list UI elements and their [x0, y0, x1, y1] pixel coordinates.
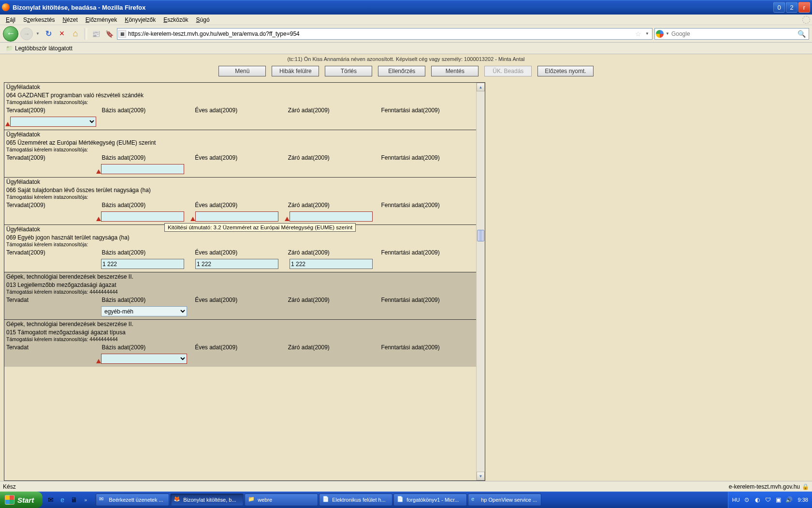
section-title: 065 Üzemméret az Európai Mértékegység (E… [4, 139, 476, 147]
task-ie[interactable]: ehp OpenView service ... [468, 493, 541, 506]
tray-clock[interactable]: 9:38 [798, 497, 808, 503]
maximize-button[interactable] [786, 2, 798, 13]
col-bazis: Bázis adat(2009) [102, 249, 195, 256]
bookmark-star-icon[interactable]: ☆ [633, 30, 643, 38]
task-word1[interactable]: 📄Elektronikus felület h... [319, 493, 392, 506]
bazis-select[interactable] [101, 354, 187, 364]
ql-expand-icon[interactable]: » [80, 494, 91, 505]
menu-view[interactable]: Nézet [58, 15, 81, 24]
feed-icon[interactable] [90, 28, 102, 40]
menu-button[interactable]: Menü [218, 66, 266, 76]
menu-bookmarks[interactable]: Könyvjelzők [121, 15, 160, 24]
task-firefox[interactable]: 🦊Bizonylat kitöltése, b... [170, 493, 244, 506]
col-bazis: Bázis adat(2009) [102, 154, 195, 161]
preview-print-button[interactable]: Előzetes nyomt. [537, 66, 593, 76]
warning-icon [96, 359, 101, 363]
scroll-up-button[interactable]: ▲ [477, 83, 485, 91]
col-bazis: Bázis adat(2009) [102, 344, 195, 351]
tray-icon[interactable]: 🔊 [785, 496, 793, 504]
scroll-thumb[interactable] [477, 230, 484, 241]
menu-file[interactable]: Eájl [2, 15, 19, 24]
start-button[interactable]: Start [0, 492, 43, 508]
eves-input[interactable] [195, 211, 278, 222]
bazis-input[interactable] [101, 211, 184, 222]
section-015: Gépek, technológiai berendezések beszerz… [4, 320, 476, 367]
ql-ie-icon[interactable]: e [57, 494, 68, 505]
delete-button[interactable]: Törlés [325, 66, 372, 76]
readlater-icon[interactable] [103, 28, 115, 40]
search-engine-dropdown[interactable]: ▼ [666, 31, 669, 36]
col-eves: Éves adat(2009) [195, 154, 288, 161]
menu-help[interactable]: Súgó [192, 15, 214, 24]
warning-icon [285, 217, 290, 221]
section-subtitle: Támogatási kérelem iratazonosítója: [4, 194, 476, 201]
bazis-input[interactable] [101, 259, 184, 269]
section-title: 069 Egyéb jogon használt terület nagyság… [4, 234, 476, 241]
search-bar[interactable]: ▼ 🔍 [654, 28, 809, 40]
save-button[interactable]: Mentés [431, 66, 478, 76]
tray-lang[interactable]: HU [732, 497, 740, 503]
ql-desktop-icon[interactable]: 🖥 [69, 494, 79, 505]
stop-button[interactable] [56, 28, 68, 40]
status-host: e-kerelem-teszt.mvh.gov.hu [729, 483, 800, 490]
lock-icon: 🔒 [802, 483, 809, 490]
tray-icon[interactable]: 🛡 [764, 496, 772, 504]
col-eves: Éves adat(2009) [195, 249, 288, 256]
tervadat-select[interactable] [10, 117, 96, 127]
menu-edit[interactable]: Szerkesztés [19, 15, 58, 24]
menu-history[interactable]: Előzmények [82, 15, 121, 24]
col-tervadat: Tervadat(2009) [6, 202, 102, 209]
warning-icon [5, 122, 10, 126]
col-zaro: Záró adat(2009) [288, 344, 381, 351]
section-header: Ügyféladatok [4, 83, 476, 91]
url-bar[interactable]: ▦ ☆ ▼ [117, 28, 652, 40]
task-folder[interactable]: 📁webre [245, 493, 318, 506]
forward-button[interactable] [20, 28, 33, 40]
bookmark-most-visited[interactable]: Legtöbbször látogatott [3, 44, 75, 53]
search-button-icon[interactable]: 🔍 [796, 30, 808, 38]
col-tervadat: Tervadat(2009) [6, 154, 102, 161]
field-tooltip: Kitöltési útmutató: 3.2 Üzemméret az Eur… [164, 223, 356, 232]
site-favicon: ▦ [118, 30, 126, 38]
zaro-input[interactable] [290, 211, 373, 222]
check-button[interactable]: Ellenőrzés [378, 66, 425, 76]
col-zaro: Záró adat(2009) [288, 297, 381, 303]
tray-icon[interactable]: ⊙ [743, 496, 751, 504]
section-header: Gépek, technológiai berendezések beszerz… [4, 320, 476, 329]
errors-up-button[interactable]: Hibák felülre [272, 66, 319, 76]
ql-outlook-icon[interactable]: ✉ [45, 494, 56, 505]
col-fenntart: Fenntartási adat(2009) [381, 107, 474, 114]
col-eves: Éves adat(2009) [195, 107, 288, 114]
warning-icon [190, 217, 195, 221]
tray-icon[interactable]: ◐ [754, 496, 761, 504]
windows-taskbar: Start ✉ e 🖥 » ✉Beérkezett üzenetek ... 🦊… [0, 492, 812, 508]
col-tervadat: Tervadat [6, 297, 102, 303]
scroll-down-button[interactable]: ▼ [477, 472, 485, 480]
section-064: Ügyféladatok 064 GAZDANET programban val… [4, 83, 476, 130]
home-button[interactable] [70, 28, 81, 40]
bazis-input[interactable] [101, 164, 184, 174]
bazis-select[interactable]: egyéb-méh [101, 306, 187, 316]
search-input[interactable] [671, 30, 796, 37]
close-button[interactable] [798, 2, 810, 13]
tray-icon[interactable]: ▣ [775, 496, 783, 504]
scroll-track[interactable] [477, 91, 485, 472]
url-input[interactable] [128, 30, 633, 37]
eves-input[interactable] [195, 259, 278, 269]
col-fenntart: Fenntartási adat(2009) [381, 154, 474, 161]
section-066: Ügyféladatok 066 Saját tulajdonban lévő … [4, 178, 476, 225]
col-bazis: Bázis adat(2009) [102, 297, 195, 303]
form-scrollbar[interactable]: ▲ ▼ [476, 83, 485, 480]
zaro-input[interactable] [290, 259, 373, 269]
reload-button[interactable] [43, 28, 54, 40]
col-zaro: Záró adat(2009) [288, 249, 381, 256]
url-dropdown-icon[interactable]: ▼ [643, 31, 651, 36]
minimize-button[interactable] [773, 2, 785, 13]
task-word2[interactable]: 📄forgatókönyv1 - Micr... [393, 493, 467, 506]
task-outlook[interactable]: ✉Beérkezett üzenetek ... [96, 493, 169, 506]
nav-history-dropdown[interactable]: ▼ [35, 28, 41, 40]
col-fenntart: Fenntartási adat(2009) [381, 297, 474, 303]
back-button[interactable] [3, 26, 18, 42]
col-bazis: Bázis adat(2009) [102, 107, 195, 114]
menu-tools[interactable]: Eszközök [160, 15, 192, 24]
